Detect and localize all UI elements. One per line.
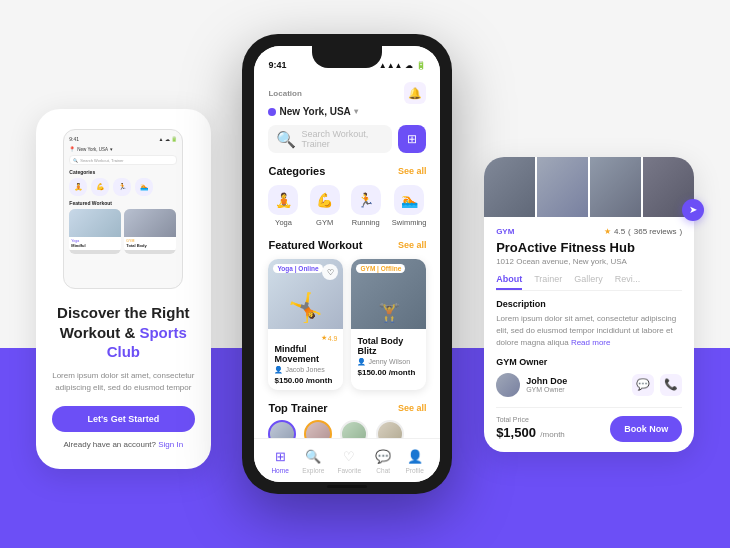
navigate-arrow[interactable]: ➤ — [682, 199, 704, 221]
signin-row: Already have an account? Sign In — [64, 440, 184, 449]
home-icon: ⊞ — [271, 447, 289, 465]
running-label: Running — [352, 218, 380, 227]
workout-card-2[interactable]: 🏋️ GYM | Offline Total Body Blitz 👤 Jenn… — [351, 259, 426, 390]
location-chevron: ▾ — [354, 107, 358, 116]
description-body: Lorem ipsum dolor sit amet, consectetur … — [496, 313, 682, 349]
phone-notch — [312, 46, 382, 68]
price-value-row: $1,500 /month — [496, 423, 565, 441]
message-button[interactable]: 💬 — [632, 374, 654, 396]
main-container: 9:41 ▲ ☁ 🔋 📍 New York, USA ▾ 🔍 Search Wo… — [0, 0, 730, 548]
nav-home[interactable]: ⊞ Home — [271, 447, 289, 474]
workout-trainer-1: 👤 Jacob Jones — [274, 366, 337, 374]
battery-icon: 🔋 — [416, 61, 426, 70]
location-value-row: New York, USA ▾ — [268, 106, 426, 117]
wifi-icon: ☁ — [405, 61, 413, 70]
trainer-avatar-4[interactable] — [376, 420, 404, 438]
mini-status-icons: ▲ ☁ 🔋 — [159, 136, 178, 142]
mini-workout-1: Yoga Mindful — [69, 209, 121, 254]
gym-label: GYM — [316, 218, 333, 227]
workout-info-1: ★ 4.9 Mindful Movement 👤 Jacob Jones $15… — [268, 329, 343, 390]
mini-status-time: 9:41 — [69, 136, 79, 142]
status-time: 9:41 — [268, 60, 286, 70]
call-button[interactable]: 📞 — [660, 374, 682, 396]
mini-location: 📍 New York, USA ▾ — [69, 146, 177, 152]
read-more-link[interactable]: Read more — [571, 338, 611, 347]
trainer-avatar-1[interactable] — [268, 420, 296, 438]
nav-chat[interactable]: 💬 Chat — [374, 447, 392, 474]
gym-offline-pill: GYM | Offline — [356, 264, 405, 273]
featured-see-all[interactable]: See all — [398, 240, 427, 250]
location-value: New York, USA ▾ — [268, 106, 357, 117]
workout-name-2: Total Body Blitz — [357, 336, 420, 356]
nav-chat-label: Chat — [376, 467, 390, 474]
categories-row: 🧘 Yoga 💪 GYM 🏃 Running 🏊 Swimming — [268, 185, 426, 227]
rating-star: ★ — [604, 227, 611, 236]
trainer-avatars — [268, 420, 426, 438]
gym-tag-row: GYM ★ 4.5 ( 365 reviews ) — [496, 227, 682, 236]
tab-about[interactable]: About — [496, 274, 522, 290]
search-icon: 🔍 — [276, 130, 296, 149]
tab-reviews[interactable]: Revi... — [615, 274, 641, 290]
signin-link[interactable]: Sign In — [158, 440, 183, 449]
left-card: 9:41 ▲ ☁ 🔋 📍 New York, USA ▾ 🔍 Search Wo… — [36, 109, 211, 469]
search-box[interactable]: 🔍 Search Workout, Trainer — [268, 125, 392, 153]
mini-cat-yoga: 🧘 — [69, 178, 87, 196]
mini-workouts-row: Yoga Mindful GYM Total Body — [69, 209, 177, 254]
workout-trainer-2: 👤 Jenny Wilson — [357, 358, 420, 366]
right-card-wrapper: GYM ★ 4.5 ( 365 reviews ) ProActive Fitn… — [484, 127, 694, 452]
mini-categories-row: 🧘 💪 🏃 🏊 — [69, 178, 177, 196]
description-title: Description — [496, 299, 682, 309]
tab-trainer[interactable]: Trainer — [534, 274, 562, 290]
heart-icon-1[interactable]: ♡ — [322, 264, 338, 280]
tab-gallery[interactable]: Gallery — [574, 274, 603, 290]
mini-categories-label: Categories — [69, 169, 177, 175]
mini-cat-swim: 🏊 — [135, 178, 153, 196]
trainer-see-all[interactable]: See all — [398, 403, 427, 413]
nav-favorite-label: Favorite — [338, 467, 361, 474]
location-dot — [268, 108, 276, 116]
phone-content: Location 🔔 New York, USA ▾ 🔍 Search W — [254, 74, 440, 438]
owner-role: GYM Owner — [526, 386, 567, 393]
nav-explore[interactable]: 🔍 Explore — [302, 447, 324, 474]
category-running[interactable]: 🏃 Running — [351, 185, 381, 227]
swimming-icon: 🏊 — [394, 185, 424, 215]
gym-img-3 — [590, 157, 641, 217]
workout-img-2: 🏋️ GYM | Offline — [351, 259, 426, 329]
star-icon-1: ★ — [321, 334, 327, 342]
categories-see-all[interactable]: See all — [398, 166, 427, 176]
owner-info: John Doe GYM Owner — [496, 373, 567, 397]
status-icons: ▲▲▲ ☁ 🔋 — [379, 61, 427, 70]
filter-button[interactable]: ⊞ — [398, 125, 426, 153]
search-row: 🔍 Search Workout, Trainer ⊞ — [268, 125, 426, 153]
book-now-button[interactable]: Book Now — [610, 416, 682, 442]
category-swimming[interactable]: 🏊 Swimming — [392, 185, 427, 227]
explore-icon: 🔍 — [304, 447, 322, 465]
trainer-avatar-3[interactable] — [340, 420, 368, 438]
trainer-avatar-2[interactable] — [304, 420, 332, 438]
nav-favorite[interactable]: ♡ Favorite — [338, 447, 361, 474]
trainer-header: Top Trainer See all — [268, 402, 426, 414]
owner-avatar — [496, 373, 520, 397]
workout-rating-1: ★ 4.9 — [321, 334, 338, 342]
workout-card-1[interactable]: 🤸 ♡ Yoga | Online ★ 4.9 — [268, 259, 343, 390]
nav-profile-label: Profile — [405, 467, 423, 474]
gym-address: 1012 Ocean avenue, New york, USA — [496, 257, 682, 266]
category-gym[interactable]: 💪 GYM — [310, 185, 340, 227]
category-yoga[interactable]: 🧘 Yoga — [268, 185, 298, 227]
get-started-button[interactable]: Let's Get Started — [52, 406, 195, 432]
running-icon: 🏃 — [351, 185, 381, 215]
mini-workout-2: GYM Total Body — [124, 209, 176, 254]
notification-icon[interactable]: 🔔 — [404, 82, 426, 104]
gym-icon: 💪 — [310, 185, 340, 215]
featured-title: Featured Workout — [268, 239, 362, 251]
workout-price-2: $150.00 /month — [357, 368, 420, 377]
categories-header: Categories See all — [268, 165, 426, 177]
featured-cards: 🤸 ♡ Yoga | Online ★ 4.9 — [268, 259, 426, 390]
phone-mini-preview: 9:41 ▲ ☁ 🔋 📍 New York, USA ▾ 🔍 Search Wo… — [63, 129, 183, 289]
center-phone: 9:41 ▲▲▲ ☁ 🔋 Location 🔔 — [242, 34, 452, 494]
workout-name-1: Mindful Movement — [274, 344, 337, 364]
detail-tabs: About Trainer Gallery Revi... — [496, 274, 682, 291]
nav-profile[interactable]: 👤 Profile — [405, 447, 423, 474]
gym-owner-title: GYM Owner — [496, 357, 682, 367]
right-card: GYM ★ 4.5 ( 365 reviews ) ProActive Fitn… — [484, 157, 694, 452]
